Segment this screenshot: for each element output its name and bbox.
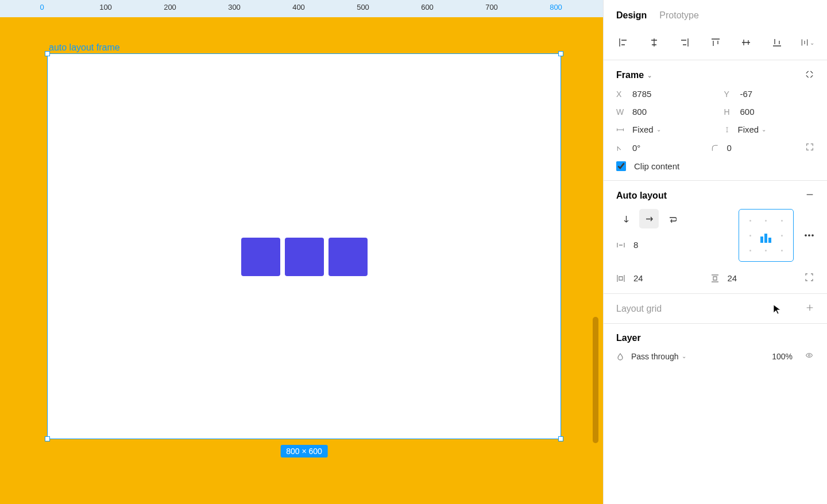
alignment-box[interactable] — [739, 209, 794, 262]
panel-tabs: Design Prototype — [604, 0, 827, 30]
child-boxes — [241, 238, 368, 276]
hpadding-field[interactable]: 24 — [633, 273, 643, 283]
frame-section: Frame⌄ X8785 Y-67 W800 H600 Fixed⌄ Fixed… — [604, 60, 827, 181]
horizontal-ruler: 0 100 200 300 400 500 600 700 800 — [0, 0, 603, 17]
direction-wrap-icon[interactable] — [662, 209, 682, 228]
ruler-tick: 100 — [99, 3, 112, 11]
tab-design[interactable]: Design — [616, 10, 647, 21]
resize-handle[interactable] — [558, 51, 563, 56]
align-top-icon[interactable] — [709, 36, 722, 49]
ruler-tick: 700 — [485, 3, 498, 11]
autolayout-section: Auto layout 8 24 24 — [604, 181, 827, 294]
align-hcenter-icon[interactable] — [647, 36, 661, 49]
autolayout-more-icon[interactable] — [804, 209, 814, 262]
ruler-tick: 0 — [40, 3, 44, 11]
resize-handle[interactable] — [558, 436, 563, 441]
gap-field[interactable]: 8 — [633, 240, 638, 250]
ruler-tick: 400 — [292, 3, 305, 11]
clip-content-checkbox[interactable] — [616, 161, 626, 171]
resize-handle[interactable] — [45, 51, 50, 56]
align-right-icon[interactable] — [678, 36, 691, 49]
direction-vertical-icon[interactable] — [616, 209, 636, 228]
svg-point-3 — [808, 354, 810, 356]
w-label: W — [616, 107, 624, 117]
properties-panel: Design Prototype ⌄ Frame⌄ X8785 Y-67 W80… — [603, 0, 827, 504]
align-left-icon[interactable] — [616, 36, 630, 49]
h-label: H — [724, 107, 732, 117]
direction-horizontal-icon[interactable] — [639, 209, 659, 228]
layout-grid-section: Layout grid — [604, 294, 827, 324]
distribute-icon[interactable]: ⌄ — [801, 36, 814, 49]
h-field[interactable]: 600 — [740, 107, 755, 117]
vpadding-field[interactable]: 24 — [728, 273, 737, 283]
layout-grid-title: Layout grid — [616, 304, 662, 314]
independent-corners-icon[interactable] — [805, 142, 814, 153]
autolayout-title: Auto layout — [616, 191, 667, 201]
ruler-tick: 200 — [164, 3, 176, 11]
blend-icon — [616, 352, 624, 360]
frame-name-label[interactable]: auto layout frame — [49, 42, 120, 53]
svg-point-2 — [812, 235, 813, 236]
child-rect[interactable] — [329, 238, 368, 276]
child-rect[interactable] — [241, 238, 280, 276]
layer-section: Layer Pass through⌄ 100% — [604, 324, 827, 370]
child-rect[interactable] — [285, 238, 324, 276]
opacity-field[interactable]: 100% — [772, 352, 793, 361]
visibility-icon[interactable] — [804, 351, 814, 361]
radius-field[interactable]: 0 — [727, 143, 732, 153]
tab-prototype[interactable]: Prototype — [659, 10, 698, 21]
align-bottom-icon[interactable] — [770, 36, 784, 49]
ruler-tick: 500 — [357, 3, 369, 11]
x-label: X — [616, 90, 624, 99]
ruler-tick: 300 — [228, 3, 241, 11]
add-layout-grid-icon[interactable] — [805, 303, 814, 314]
alignment-toolbar: ⌄ — [604, 30, 827, 60]
layer-title: Layer — [616, 333, 641, 343]
alignment-center-indicator — [758, 228, 774, 243]
y-field[interactable]: -67 — [740, 89, 753, 99]
clip-content-label: Clip content — [634, 161, 679, 171]
remove-autolayout-icon[interactable] — [805, 190, 814, 201]
canvas-area[interactable]: 0 100 200 300 400 500 600 700 800 auto l… — [0, 0, 603, 504]
align-vcenter-icon[interactable] — [739, 36, 753, 49]
svg-point-1 — [809, 235, 810, 236]
independent-padding-icon[interactable] — [804, 272, 814, 284]
selected-frame[interactable]: 800 × 600 — [47, 53, 561, 439]
dimensions-badge: 800 × 600 — [280, 445, 328, 458]
blend-mode-select[interactable]: Pass through⌄ — [631, 352, 686, 361]
fit-icon[interactable] — [805, 69, 814, 81]
ruler-tick: 800 — [550, 3, 562, 11]
x-field[interactable]: 8785 — [632, 89, 651, 99]
y-label: Y — [724, 90, 732, 99]
hresize-select[interactable]: Fixed⌄ — [632, 125, 661, 134]
frame-section-title[interactable]: Frame⌄ — [616, 70, 652, 80]
vertical-scrollbar[interactable] — [593, 36, 598, 501]
rotation-field[interactable]: 0° — [632, 143, 640, 153]
scrollbar-thumb[interactable] — [593, 317, 598, 443]
canvas[interactable]: auto layout frame 800 × 600 — [0, 17, 603, 504]
ruler-tick: 600 — [421, 3, 434, 11]
w-field[interactable]: 800 — [632, 107, 647, 117]
svg-point-0 — [805, 235, 806, 236]
resize-handle[interactable] — [45, 436, 50, 441]
vresize-select[interactable]: Fixed⌄ — [738, 125, 767, 134]
